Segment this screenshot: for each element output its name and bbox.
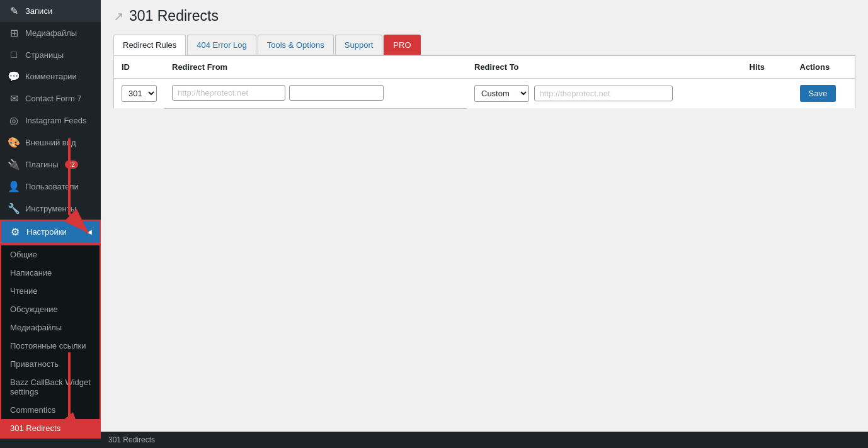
submenu-reading[interactable]: Чтение (1, 282, 100, 300)
sidebar-item-appearance[interactable]: 🎨 Внешний вид (0, 132, 101, 154)
sidebar-item-plugins[interactable]: 🔌 Плагины 22 (0, 154, 101, 176)
page-header: ↗ 301 Redirects (101, 0, 868, 30)
contact-form-icon: ✉ (8, 92, 20, 104)
sidebar-item-instagram[interactable]: ◎ Instagram Feeds (0, 109, 101, 132)
page-title-icon: ↗ (113, 9, 124, 24)
from-cell (164, 79, 467, 107)
wp-footer: 301 Redirects (101, 432, 868, 448)
status-select[interactable]: 301 302 307 (122, 85, 157, 102)
sidebar-item-pages[interactable]: □ Страницы (0, 44, 101, 65)
settings-submenu: Общие Написание Чтение Обсуждение Медиаф… (0, 244, 101, 439)
col-header-hits: Hits (742, 56, 792, 79)
submenu-discussion[interactable]: Обсуждение (1, 300, 100, 318)
sidebar-item-posts[interactable]: ✎ Записи (0, 0, 101, 22)
to-cell: Custom Page Post Category (467, 79, 742, 109)
submenu-media[interactable]: Медиафайлы (1, 318, 100, 337)
redirect-from-url[interactable] (172, 85, 285, 101)
plugins-badge: 22 (65, 160, 78, 169)
col-header-id: ID (114, 56, 165, 79)
sidebar-item-media[interactable]: ⊞ Медиафайлы (0, 22, 101, 44)
actions-cell: Save (792, 79, 855, 109)
redirect-from-extra[interactable] (289, 85, 384, 101)
tab-redirect-rules[interactable]: Redirect Rules (113, 35, 186, 55)
plugins-icon: 🔌 (8, 159, 20, 171)
col-header-redirect-from: Redirect From (164, 56, 467, 79)
submenu-commentics[interactable]: Commentics (1, 401, 100, 419)
main-content: ↗ 301 Redirects Redirect Rules 404 Error… (101, 0, 868, 448)
posts-icon: ✎ (8, 5, 20, 17)
instagram-icon: ◎ (8, 115, 20, 126)
comments-icon: 💬 (8, 70, 20, 82)
chevron-icon: ◀ (87, 228, 92, 235)
users-icon: 👤 (8, 181, 20, 193)
pages-icon: □ (8, 49, 20, 60)
submenu-privacy[interactable]: Приватность (1, 355, 100, 373)
tabs-bar: Redirect Rules 404 Error Log Tools & Opt… (113, 30, 855, 55)
redirect-type-select[interactable]: Custom Page Post Category (474, 85, 529, 102)
hits-cell (742, 79, 792, 109)
save-button[interactable]: Save (800, 85, 837, 102)
page-title: 301 Redirects (129, 8, 219, 25)
sidebar-item-settings[interactable]: ⚙ Настройки ◀ (0, 220, 101, 244)
tab-tools-options[interactable]: Tools & Options (258, 35, 334, 55)
submenu-bazz[interactable]: Bazz CallBack Widget settings (1, 373, 100, 401)
submenu-writing[interactable]: Написание (1, 264, 100, 282)
submenu-redirects[interactable]: 301 Redirects (1, 419, 100, 437)
tab-support[interactable]: Support (335, 35, 383, 55)
tab-pro[interactable]: PRO (384, 35, 420, 55)
footer-label: 301 Redirects (108, 435, 155, 444)
status-cell: 301 302 307 (114, 79, 165, 109)
col-header-actions: Actions (792, 56, 855, 79)
submenu-general[interactable]: Общие (1, 245, 100, 264)
settings-icon: ⚙ (9, 226, 21, 238)
tools-icon: 🔧 (8, 203, 20, 215)
sidebar: ✎ Записи ⊞ Медиафайлы □ Страницы 💬 Комме… (0, 0, 101, 448)
tab-404-error-log[interactable]: 404 Error Log (187, 35, 256, 55)
new-redirect-row: 301 302 307 Custom Page Post (114, 79, 855, 109)
redirect-rules-table: ID Redirect From Redirect To Hits Action… (113, 55, 855, 109)
content-area: Redirect Rules 404 Error Log Tools & Opt… (101, 30, 868, 432)
sidebar-item-tools[interactable]: 🔧 Инструменты (0, 198, 101, 220)
media-icon: ⊞ (8, 27, 20, 39)
redirect-to-url[interactable] (534, 86, 673, 101)
sidebar-item-users[interactable]: 👤 Пользователи (0, 176, 101, 198)
sidebar-item-comments[interactable]: 💬 Комментарии (0, 65, 101, 87)
submenu-permalinks[interactable]: Постоянные ссылки (1, 337, 100, 355)
appearance-icon: 🎨 (8, 137, 20, 148)
sidebar-item-contact-form[interactable]: ✉ Contact Form 7 (0, 87, 101, 109)
col-header-redirect-to: Redirect To (467, 56, 742, 79)
